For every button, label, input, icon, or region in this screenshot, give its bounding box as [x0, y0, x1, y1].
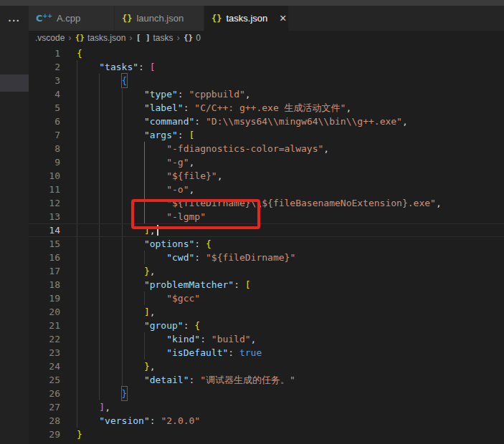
code-line[interactable]: 14], [29, 223, 504, 237]
code-token: "-lgmp" [166, 210, 206, 223]
code-token: : [150, 414, 161, 428]
code-token: "-g" [166, 155, 189, 169]
code-line[interactable]: 25"detail": "调试器生成的任务。" [29, 373, 504, 387]
code-line[interactable]: 12"${fileDirname}\\${fileBasenameNoExten… [29, 196, 504, 210]
indent-guide [122, 278, 144, 291]
indent-guide [99, 169, 121, 183]
line-number: 9 [29, 155, 60, 169]
tab-a-cpp[interactable]: C++ A.cpp [29, 6, 115, 31]
code-line[interactable]: 21"group": { [29, 319, 504, 332]
code-line[interactable]: 9"-g", [29, 155, 504, 169]
code-line[interactable]: 2"tasks": [ [29, 60, 504, 74]
indent-guide [77, 60, 99, 74]
indent-guide [144, 196, 166, 210]
more-actions-button[interactable]: ··· [0, 11, 29, 31]
breadcrumb-item-tasks-json[interactable]: {} tasks.json [75, 33, 126, 43]
code-token: "${fileDirname}" [206, 251, 295, 264]
breadcrumb-item-tasks-array[interactable]: [ ] tasks [136, 33, 173, 43]
code-line[interactable]: 24}, [29, 359, 504, 373]
code-token: : [138, 60, 150, 74]
indent-guide [144, 251, 166, 264]
indent-guide [77, 224, 99, 236]
breadcrumb-item-vscode[interactable]: .vscode [35, 33, 65, 43]
line-number: 13 [29, 210, 60, 223]
breadcrumb-item-0[interactable]: {} 0 [184, 33, 201, 43]
indent-guide [99, 291, 121, 305]
indent-guide [144, 155, 166, 169]
code-line[interactable]: 29} [29, 428, 504, 441]
code-token: "调试器生成的任务。" [200, 373, 295, 387]
code-line[interactable]: 27], [29, 400, 504, 414]
code-line[interactable]: 15"options": { [29, 237, 504, 251]
indent-guide [99, 183, 121, 196]
line-number: 24 [29, 359, 60, 373]
vscode-window: ··· C++ A.cpp {} launch.json {} tasks.js… [0, 0, 504, 444]
line-number: 11 [29, 183, 60, 196]
indent-guide [144, 183, 166, 196]
object-symbol-icon: {} [184, 33, 193, 42]
code-token: ] [99, 400, 105, 414]
indent-guide [99, 115, 121, 128]
code-token: : [194, 251, 206, 264]
code-line[interactable]: 23"isDefault": true [29, 346, 504, 359]
tab-label: launch.json [136, 13, 184, 24]
code-token: : [234, 278, 245, 291]
indent-guide [77, 101, 99, 115]
code-line[interactable]: 26} [29, 387, 504, 400]
code-line[interactable]: 20], [29, 305, 504, 319]
code-token: { [122, 74, 128, 87]
indent-guide [122, 155, 144, 169]
tab-tasks-json[interactable]: {} tasks.json ✕ [204, 6, 289, 31]
code-line[interactable]: 7"args": [ [29, 128, 504, 142]
code-token: "kind" [166, 332, 200, 346]
code-line[interactable]: 6"command": "D:\\msys64\\mingw64\\bin\\g… [29, 115, 504, 128]
code-editor[interactable]: 1{2"tasks": [3{4"type": "cppbuild",5"lab… [29, 44, 504, 444]
code-token: "problemMatcher" [144, 278, 234, 291]
indent-guide [122, 128, 144, 142]
indent-guide [77, 155, 99, 169]
indent-guide [77, 169, 99, 183]
code-line[interactable]: 4"type": "cppbuild", [29, 87, 504, 101]
line-number: 29 [29, 428, 60, 441]
line-number: 22 [29, 332, 60, 346]
code-token: : [194, 115, 206, 128]
code-token: "label" [144, 101, 184, 115]
indent-guide [99, 264, 121, 278]
code-token: "tasks" [99, 60, 138, 74]
code-line[interactable]: 22"kind": "build", [29, 332, 504, 346]
code-line[interactable]: 18"problemMatcher": [ [29, 278, 504, 291]
sidebar-selection-highlight[interactable] [0, 74, 29, 92]
line-number: 26 [29, 387, 60, 400]
code-token: "-o" [166, 183, 189, 196]
indent-guide [99, 359, 121, 373]
code-line[interactable]: 10"${file}", [29, 169, 504, 183]
indent-guide [144, 291, 166, 305]
sidebar: ··· [0, 6, 29, 444]
close-tab-icon[interactable]: ✕ [279, 14, 287, 23]
indent-guide [99, 155, 121, 169]
code-token: ] [144, 224, 150, 236]
code-line[interactable]: 16"cwd": "${fileDirname}" [29, 251, 504, 264]
line-number: 4 [29, 87, 60, 101]
line-number: 20 [29, 305, 60, 319]
code-line[interactable]: 19"$gcc" [29, 291, 504, 305]
indent-guide [77, 400, 99, 414]
code-line[interactable]: 17}, [29, 264, 504, 278]
text-cursor [157, 225, 158, 236]
code-line[interactable]: 28"version": "2.0.0" [29, 414, 504, 428]
indent-guide [122, 210, 144, 223]
tab-launch-json[interactable]: {} launch.json [115, 6, 204, 31]
code-line[interactable]: 3{ [29, 74, 504, 87]
code-token: { [194, 319, 200, 332]
code-line[interactable]: 8"-fdiagnostics-color=always", [29, 142, 504, 155]
code-line[interactable]: 13"-lgmp" [29, 210, 504, 223]
code-line[interactable]: 1{ [29, 47, 504, 60]
code-line[interactable]: 5"label": "C/C++: g++.exe 生成活动文件", [29, 101, 504, 115]
indent-guide [77, 332, 99, 346]
code-line[interactable]: 11"-o", [29, 183, 504, 196]
indent-guide [77, 291, 99, 305]
code-token: "$gcc" [166, 291, 200, 305]
code-token: "isDefault" [166, 346, 228, 359]
indent-guide [99, 196, 121, 210]
editor-group: C++ A.cpp {} launch.json {} tasks.json ✕… [29, 6, 504, 444]
